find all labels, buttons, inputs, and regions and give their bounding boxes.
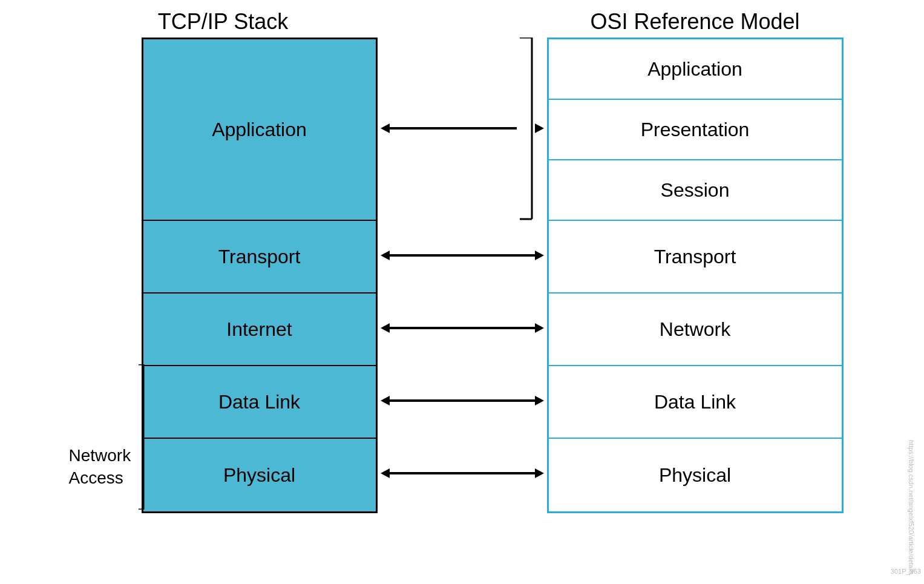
svg-marker-10 <box>381 323 390 333</box>
osi-title: OSI Reference Model <box>590 9 799 34</box>
svg-marker-16 <box>381 468 390 478</box>
osi-layer-datalink: Data Link <box>549 366 842 439</box>
tcpip-title: TCP/IP Stack <box>158 9 288 34</box>
tcpip-stack: Application Transport Internet Data Link… <box>142 38 378 513</box>
svg-marker-13 <box>381 396 390 405</box>
osi-layer-application: Application <box>549 39 842 100</box>
figure-id: 301P_963 <box>891 568 921 575</box>
osi-stack: Application Presentation Session Transpo… <box>547 38 844 513</box>
diagram-container: TCP/IP Stack OSI Reference Model Network… <box>0 0 924 584</box>
svg-marker-7 <box>381 251 390 260</box>
osi-layer-network: Network <box>549 294 842 366</box>
osi-layer-transport: Transport <box>549 221 842 294</box>
tcp-layer-datalink: Data Link <box>143 366 376 439</box>
svg-marker-14 <box>535 396 544 405</box>
svg-marker-1 <box>381 123 390 133</box>
arrows-svg <box>378 38 547 510</box>
osi-layer-physical: Physical <box>549 439 842 511</box>
svg-marker-11 <box>535 323 544 333</box>
svg-marker-2 <box>535 123 544 133</box>
osi-layer-session: Session <box>549 160 842 221</box>
tcp-layer-application: Application <box>143 39 376 221</box>
osi-layer-presentation: Presentation <box>549 100 842 160</box>
svg-marker-8 <box>535 251 544 260</box>
tcp-layer-transport: Transport <box>143 221 376 294</box>
svg-marker-17 <box>535 468 544 478</box>
watermark: https://blog.csdn.net/angelxf520/article… <box>908 440 915 575</box>
tcp-layer-internet: Internet <box>143 294 376 366</box>
tcp-layer-physical: Physical <box>143 439 376 511</box>
network-access-label: Network Access <box>69 445 136 489</box>
